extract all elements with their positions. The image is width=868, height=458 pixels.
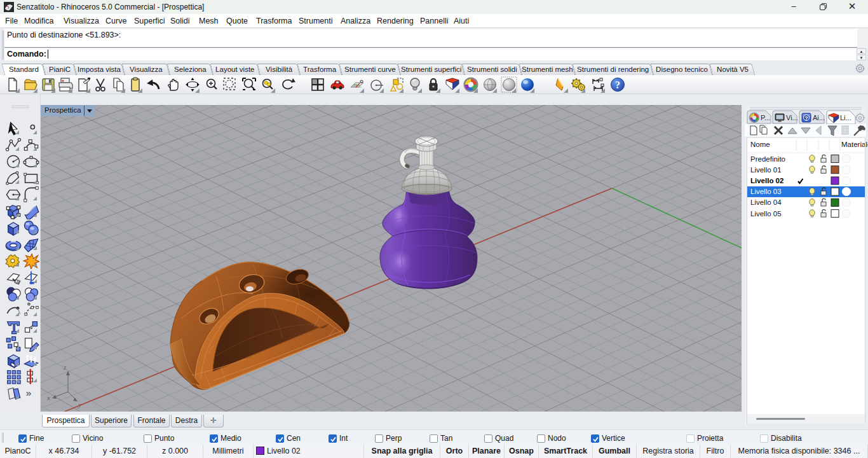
svg-text:Li...: Li... <box>840 114 851 121</box>
svg-text:y: y <box>78 401 81 408</box>
svg-text:Materiale: Materiale <box>841 141 868 148</box>
svg-text:P...: P... <box>761 114 770 121</box>
svg-text:z: z <box>63 363 67 371</box>
svg-text:Livello 05: Livello 05 <box>750 210 782 218</box>
svg-text:Livello 03: Livello 03 <box>750 188 782 195</box>
svg-text:Vi...: Vi... <box>786 114 798 121</box>
svg-text:Livello 02: Livello 02 <box>750 177 783 184</box>
svg-text:Livello 04: Livello 04 <box>750 198 782 206</box>
svg-text:Nome: Nome <box>750 141 770 148</box>
svg-text:Ai...: Ai... <box>813 114 825 121</box>
svg-text:x: x <box>46 394 50 401</box>
svg-text:Predefinito: Predefinito <box>750 155 785 163</box>
svg-text:»: » <box>26 387 32 398</box>
svg-text:?: ? <box>804 115 808 121</box>
svg-text:?: ? <box>615 80 620 90</box>
svg-text:Livello 01: Livello 01 <box>750 166 782 174</box>
